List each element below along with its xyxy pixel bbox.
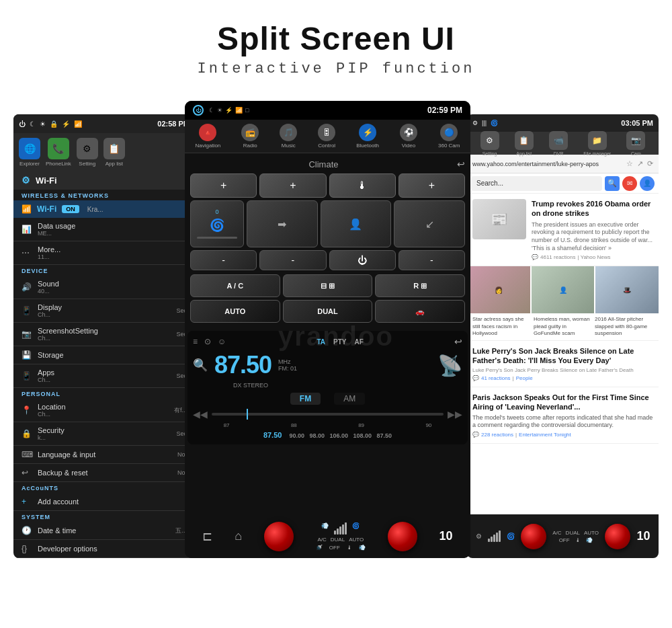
browser-search-input[interactable]: Search... xyxy=(471,176,602,191)
search-button[interactable]: 🔍 xyxy=(605,176,620,191)
climate-plus-right[interactable]: + xyxy=(398,173,465,198)
setting-language[interactable]: ⌨ Language & input Not xyxy=(13,446,195,464)
car-back-nav-icon[interactable]: ⊏ xyxy=(202,529,212,544)
setting-apps[interactable]: 📱 Apps Ch... Sec xyxy=(13,364,195,388)
vol-bar-5 xyxy=(345,522,347,535)
reactions-count-1: 4611 reactions xyxy=(540,254,575,260)
climate-rear-button[interactable]: R ⊞ xyxy=(375,274,465,297)
backup-label: Backup & reset xyxy=(38,469,177,477)
radio-back-icon[interactable]: ↩ xyxy=(454,336,462,347)
wifi-row[interactable]: 📶 Wi-Fi ON Kra... xyxy=(13,200,195,218)
device-section-label: DEVICE xyxy=(13,265,195,276)
car-nav-radio-label: Radio xyxy=(243,143,257,149)
fan-icon: 🌀 xyxy=(210,218,224,233)
news-item-1[interactable]: 📰 Trump revokes 2016 Obama order on dron… xyxy=(467,194,659,266)
car-nav-music[interactable]: 🎵 Music xyxy=(280,124,297,149)
br-center-labels: A/C DUAL AUTO OFF 🌡 💨 xyxy=(552,530,599,543)
climate-section: Climate ↩ + + 🌡 + 0 🌀 ➡ 👤 ↙ xyxy=(185,153,470,328)
browser-nav-dvr[interactable]: 📹 DVR xyxy=(549,131,568,156)
nav-item-setting[interactable]: ⚙ Setting xyxy=(77,138,98,167)
car-bluetooth-icon: ⚡ xyxy=(225,107,233,114)
br-volume-knob-left[interactable] xyxy=(521,524,546,549)
news-item-3[interactable]: Paris Jackson Speaks Out for the First T… xyxy=(467,387,659,444)
wifi-toggle[interactable]: ON xyxy=(62,205,79,213)
news-captions: Star actress says she still faces racism… xyxy=(472,316,653,337)
nav-applist-label: App list xyxy=(106,161,123,167)
browser-url-icons: ☆ ↗ ⟳ xyxy=(626,159,653,168)
news-image-row: 👩 👤 🎩 xyxy=(467,266,659,313)
setting-sound[interactable]: 🔊 Sound 40... xyxy=(13,276,195,299)
radio-freq-display: 87.50 xyxy=(214,351,271,379)
car-nav-bluetooth-label: Bluetooth xyxy=(356,143,379,149)
climate-defrost-button[interactable]: ⊟ ⊞ xyxy=(283,274,373,297)
setting-datetime[interactable]: 🕐 Date & time 五... xyxy=(13,522,195,540)
setting-location[interactable]: 📍 Location Ch... 有f... xyxy=(13,399,195,422)
climate-auto-button[interactable]: AUTO xyxy=(190,300,280,323)
car-home-icon[interactable]: ⌂ xyxy=(235,529,242,543)
climate-fan-control[interactable]: 0 🌀 xyxy=(190,200,244,247)
setting-security[interactable]: 🔒 Security k... Sec xyxy=(13,422,195,446)
nav-item-explorer[interactable]: 🌐 Explorer xyxy=(19,138,40,167)
radio-pty-label: PTY xyxy=(333,338,346,346)
video-icon: ⚽ xyxy=(400,124,417,141)
news-caption-2: Homeless man, woman plead guilty in GoFu… xyxy=(534,316,592,337)
climate-airflow-right[interactable]: 👤 xyxy=(321,200,392,247)
climate-ac-button[interactable]: A / C xyxy=(190,274,280,297)
fm-button[interactable]: FM xyxy=(290,393,321,405)
share-icon[interactable]: ↗ xyxy=(637,159,643,168)
am-button[interactable]: AM xyxy=(334,393,365,405)
browser-nav-applist[interactable]: 📋 App list xyxy=(515,131,534,156)
scale-prev-icon[interactable]: ◀◀ xyxy=(193,409,208,420)
car-power-button[interactable]: ⏻ xyxy=(193,105,204,116)
climate-minus-right[interactable]: - xyxy=(398,250,465,270)
browser-url-bar[interactable]: www.yahoo.com/entertainment/luke-perry-a… xyxy=(467,155,659,173)
car-nav-control[interactable]: 🎛 Control xyxy=(318,124,335,149)
setting-display[interactable]: 📱 Display Ch... Sec xyxy=(13,299,195,323)
setting-developer[interactable]: {} Developer options xyxy=(13,540,195,558)
setting-backup[interactable]: ↩ Backup & reset Not xyxy=(13,464,195,482)
car-nav-navigation[interactable]: 🔺 Navigation xyxy=(195,124,220,149)
br-volume-knob-right[interactable] xyxy=(605,524,630,549)
climate-airflow-left[interactable]: ➡ xyxy=(247,200,318,247)
climate-power-btn[interactable]: ⏻ xyxy=(329,250,396,270)
setting-data-usage[interactable]: 📊 Data usage ME... xyxy=(13,218,195,241)
climate-airflow-down[interactable]: ↙ xyxy=(394,200,465,247)
car-nav-bluetooth[interactable]: ⚡ Bluetooth xyxy=(356,124,379,149)
climate-plus-left[interactable]: + xyxy=(190,173,257,198)
system-section-label: SYSTEM xyxy=(13,511,195,522)
nav-item-phonelink[interactable]: 📞 PhoneLink xyxy=(46,138,71,167)
applist-icon: 📋 xyxy=(103,138,125,159)
radio-scale-numbers: 87 88 89 90 xyxy=(193,422,462,428)
setting-storage[interactable]: 💾 Storage xyxy=(13,346,195,364)
browser-nav-setting[interactable]: ⚙ Setting xyxy=(480,131,499,156)
mail-button[interactable]: ✉ xyxy=(622,176,637,191)
climate-back-icon[interactable]: ↩ xyxy=(457,159,465,169)
setting-screenshot[interactable]: 📷 ScreenshotSetting Ch... Sec xyxy=(13,323,195,346)
climate-minus-center[interactable]: - xyxy=(259,250,326,270)
climate-minus-left[interactable]: - xyxy=(190,250,257,270)
car-nav-radio[interactable]: 📻 Radio xyxy=(241,124,259,149)
car-nav-360cam[interactable]: 🔵 360 Cam xyxy=(438,124,460,149)
nav-item-applist[interactable]: 📋 App list xyxy=(103,138,125,167)
news-item-2[interactable]: Luke Perry's Son Jack Breaks Silence on … xyxy=(467,341,659,388)
climate-seat-heat[interactable]: 🌡 xyxy=(329,173,396,198)
browser-nav-filemanager[interactable]: 📁 File manager xyxy=(583,131,611,156)
radio-search-icon[interactable]: 🔍 xyxy=(193,358,208,372)
car-volume-knob-right[interactable] xyxy=(388,522,417,551)
climate-plus-center-left[interactable]: + xyxy=(259,173,326,198)
scale-next-icon[interactable]: ▶▶ xyxy=(448,409,462,420)
star-icon[interactable]: ☆ xyxy=(626,159,633,168)
account-button[interactable]: 👤 xyxy=(640,176,655,191)
browser-nav-cam[interactable]: 📷 Cam xyxy=(626,131,645,156)
car-nav-video[interactable]: ⚽ Video xyxy=(400,124,417,149)
setting-more[interactable]: ⋯ More... 11... xyxy=(13,241,195,265)
climate-car-button[interactable]: 🚗 xyxy=(375,300,465,323)
car-volume-knob-left[interactable] xyxy=(264,522,294,551)
news-reactions-1: 💬 4611 reactions | Yahoo News xyxy=(532,254,653,260)
bluetooth-icon: ⚡ xyxy=(62,120,70,128)
climate-dual-button[interactable]: DUAL xyxy=(283,300,373,323)
setting-add-account[interactable]: + Add account xyxy=(13,493,195,511)
refresh-icon[interactable]: ⟳ xyxy=(647,159,653,168)
fan-slider[interactable] xyxy=(197,237,237,239)
language-label: Language & input xyxy=(38,450,177,459)
